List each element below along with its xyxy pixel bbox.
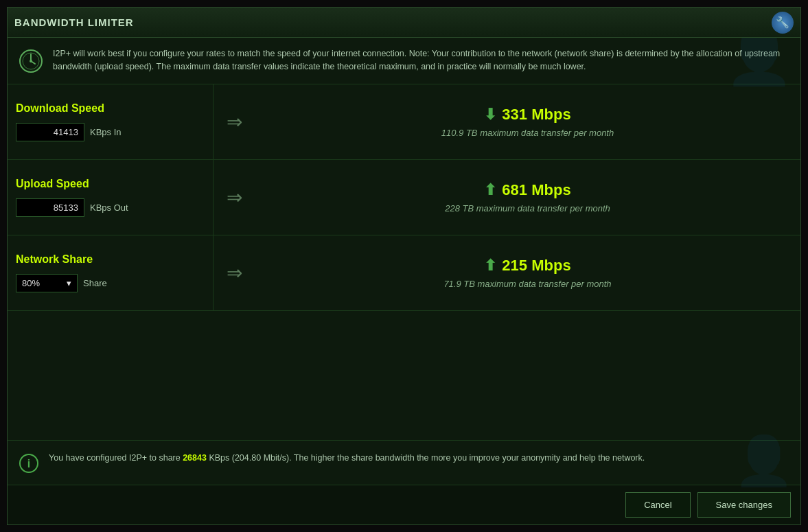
footer-bar: i You have configured I2P+ to share 2684… xyxy=(8,440,800,485)
main-content: I2P+ will work best if you configure you… xyxy=(8,38,800,524)
network-left: Network Share 80% ▾ Share xyxy=(8,235,213,310)
upload-right: ⬆ 681 Mbps 228 TB maximum data transfer … xyxy=(255,172,800,223)
bandwidth-limiter-window: BANDWIDTH LIMITER 🔧 I2P+ will work best … xyxy=(7,7,801,525)
upload-section: Upload Speed KBps Out ⇒ ⬆ 681 Mbps 228 T… xyxy=(8,160,800,235)
network-input-row: 80% ▾ Share xyxy=(16,274,205,292)
download-transfer: 110.9 TB maximum data transfer per month xyxy=(441,128,614,138)
info-text: I2P+ will work best if you configure you… xyxy=(53,47,789,74)
network-right: ⬆ 215 Mbps 71.9 TB maximum data transfer… xyxy=(255,247,800,299)
save-button[interactable]: Save changes xyxy=(697,492,791,518)
download-speed-value: ⬇ 331 Mbps xyxy=(484,106,570,124)
upload-speed-value: ⬆ 681 Mbps xyxy=(484,181,570,199)
svg-point-4 xyxy=(30,60,32,62)
download-unit: KBps In xyxy=(90,127,122,137)
download-input-row: KBps In xyxy=(16,123,205,141)
bg-logo: 👤 xyxy=(725,38,794,84)
button-bar: Cancel Save changes xyxy=(8,485,800,524)
info-circle-icon: i xyxy=(19,453,39,474)
upload-direction-icon: ⬆ xyxy=(484,181,496,199)
network-speed-value: ⬆ 215 Mbps xyxy=(484,257,570,275)
network-transfer: 71.9 TB maximum data transfer per month xyxy=(443,279,611,289)
download-arrow-section: ⇒ xyxy=(213,111,255,133)
network-arrow-icon: ⇒ xyxy=(227,262,242,284)
download-right: ⬇ 331 Mbps 110.9 TB maximum data transfe… xyxy=(255,96,800,148)
upload-unit: KBps Out xyxy=(90,203,128,213)
network-section: Network Share 80% ▾ Share ⇒ ⬆ 2 xyxy=(8,235,800,311)
footer-text: You have configured I2P+ to share 26843 … xyxy=(49,452,789,465)
upload-input[interactable] xyxy=(16,198,84,217)
share-highlight: 26843 xyxy=(183,453,207,463)
window-title: BANDWIDTH LIMITER xyxy=(14,16,134,28)
download-input[interactable] xyxy=(16,123,84,141)
upload-transfer: 228 TB maximum data transfer per month xyxy=(445,203,610,213)
upload-arrow-section: ⇒ xyxy=(213,186,255,209)
upload-left: Upload Speed KBps Out xyxy=(8,160,213,235)
title-bar: BANDWIDTH LIMITER 🔧 xyxy=(8,8,800,38)
settings-icon[interactable]: 🔧 xyxy=(772,12,794,34)
download-label: Download Speed xyxy=(16,102,205,115)
upload-input-row: KBps Out xyxy=(16,198,205,217)
speed-sections: Download Speed KBps In ⇒ ⬇ 331 Mbps 110.… xyxy=(8,84,800,440)
cancel-button[interactable]: Cancel xyxy=(625,492,690,518)
upload-arrow-icon: ⇒ xyxy=(227,186,242,209)
download-section: Download Speed KBps In ⇒ ⬇ 331 Mbps 110.… xyxy=(8,84,800,160)
download-arrow-icon: ⇒ xyxy=(227,111,242,133)
network-arrow-section: ⇒ xyxy=(213,262,255,284)
network-direction-icon: ⬆ xyxy=(484,257,496,275)
info-bar: I2P+ will work best if you configure you… xyxy=(8,38,800,84)
bg-logo-footer: 👤 xyxy=(734,437,794,485)
download-direction-icon: ⬇ xyxy=(484,106,496,124)
network-unit: Share xyxy=(83,278,107,288)
chevron-down-icon: ▾ xyxy=(67,278,71,288)
upload-label: Upload Speed xyxy=(16,178,205,190)
clock-icon xyxy=(19,49,43,73)
download-left: Download Speed KBps In xyxy=(8,84,213,159)
svg-text:i: i xyxy=(27,458,30,470)
network-share-dropdown[interactable]: 80% ▾ xyxy=(16,274,78,292)
network-label: Network Share xyxy=(16,253,205,266)
